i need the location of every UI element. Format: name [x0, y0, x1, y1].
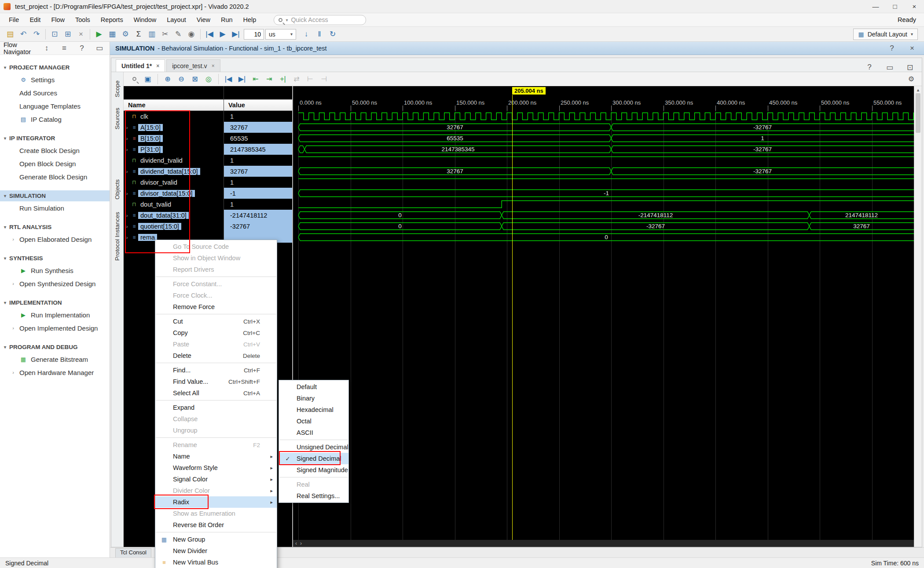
close-icon[interactable]: × — [906, 42, 919, 55]
flow-item-add-sources[interactable]: Add Sources — [0, 86, 110, 99]
signal-value-divisor-tvalid[interactable]: 1 — [224, 177, 292, 188]
close-icon[interactable]: × — [156, 63, 159, 69]
flow-section-header-simulation[interactable]: ▾SIMULATION — [0, 190, 110, 201]
expand-arrow-icon[interactable]: › — [124, 136, 130, 141]
zoom-to-cursor-icon[interactable]: ◎ — [202, 73, 215, 85]
run-time-input[interactable] — [244, 29, 264, 40]
relaunch-icon[interactable]: ↻ — [326, 28, 339, 40]
sum-icon[interactable]: Σ — [132, 28, 145, 40]
flow-item-run-synthesis[interactable]: ▶Run Synthesis — [0, 264, 110, 277]
layout-selector[interactable]: ▦ Default Layout ▾ — [853, 29, 918, 40]
add-marker-icon[interactable]: +| — [277, 73, 289, 85]
close-icon[interactable]: × — [212, 63, 215, 69]
signal-value-p-31-0[interactable]: 2147385345 — [224, 144, 292, 155]
expand-arrow-icon[interactable]: › — [124, 125, 130, 130]
run-for-icon[interactable]: ▶| — [229, 28, 242, 40]
menu-item-select-all[interactable]: Select AllCtrl+A — [155, 387, 277, 399]
run-all-icon[interactable]: ▶ — [216, 28, 229, 40]
minimize-icon[interactable]: ▭ — [93, 42, 106, 55]
maximize-button[interactable]: □ — [885, 0, 905, 13]
flow-item-open-block-design[interactable]: Open Block Design — [0, 157, 110, 170]
scissors-icon[interactable]: ✂ — [158, 28, 172, 40]
expand-arrow-icon[interactable]: › — [124, 213, 130, 218]
menu-item-delete[interactable]: DeleteDelete — [155, 350, 277, 361]
signal-row-dividend-tvalid[interactable]: ⊓dividend_tvalid — [124, 155, 224, 166]
time-unit-select[interactable]: us ▾ — [265, 29, 296, 40]
menubar-window[interactable]: Window — [128, 16, 162, 23]
redo-icon[interactable]: ↷ — [30, 28, 43, 40]
radix-option-real-settings[interactable]: Real Settings... — [279, 490, 348, 502]
menu-item-new-group[interactable]: ▦New Group — [155, 534, 277, 545]
signal-row-b-15-0[interactable]: ›≡B[15:0] — [124, 133, 224, 144]
scroll-right-icon[interactable]: › — [300, 540, 302, 546]
tcl-console-tab[interactable]: Tcl Consol — [115, 548, 151, 557]
delete-icon[interactable]: × — [74, 28, 88, 40]
menu-item-waveform-style[interactable]: Waveform Style▸ — [155, 462, 277, 473]
report-icon[interactable]: ▥ — [145, 28, 158, 40]
menu-item-expand[interactable]: Expand — [155, 402, 277, 413]
flow-section-header-implementation[interactable]: ▾IMPLEMENTATION — [0, 297, 110, 308]
signal-row-dividend-tdata-15-0[interactable]: ›≡dividend_tdata[15:0] — [124, 166, 224, 177]
expand-arrow-icon[interactable]: › — [124, 235, 130, 240]
help-icon[interactable]: ? — [863, 61, 876, 73]
flow-section-header-rtl-analysis[interactable]: ▾RTL ANALYSIS — [0, 222, 110, 233]
open-project-icon[interactable]: ▤ — [4, 28, 17, 40]
radix-option-octal[interactable]: Octal — [279, 415, 348, 427]
flow-item-open-synthesized-design[interactable]: ›Open Synthesized Design — [0, 277, 110, 290]
signal-value-clk[interactable]: 1 — [224, 111, 292, 122]
menubar-help[interactable]: Help — [238, 16, 262, 23]
tab-untitled-1[interactable]: Untitled 1*× — [116, 59, 165, 72]
flow-item-open-hardware-manager[interactable]: ›Open Hardware Manager — [0, 366, 110, 379]
next-transition-icon[interactable]: ⇥ — [263, 73, 275, 85]
zoom-out-icon[interactable]: ⊖ — [175, 73, 187, 85]
menu-item-find[interactable]: Find...Ctrl+F — [155, 364, 277, 376]
help-icon[interactable]: ? — [885, 42, 898, 55]
menubar-reports[interactable]: Reports — [95, 16, 128, 23]
undo-icon[interactable]: ↶ — [17, 28, 30, 40]
maximize-icon[interactable]: ⊡ — [903, 61, 917, 73]
zoom-fit-icon[interactable]: ⊠ — [189, 73, 201, 85]
menu-item-new-divider[interactable]: New Divider — [155, 545, 277, 557]
expand-arrow-icon[interactable]: › — [124, 169, 130, 174]
save-waveform-icon[interactable]: ▣ — [142, 73, 154, 85]
edit-icon[interactable]: ✎ — [172, 28, 185, 40]
signal-value-divisor-tdata-15-0[interactable]: -1 — [224, 188, 292, 199]
board-icon[interactable]: ▦ — [106, 28, 119, 40]
restart-icon[interactable]: |◀ — [203, 28, 216, 40]
menu-item-name[interactable]: Name▸ — [155, 451, 277, 462]
radix-option-default[interactable]: Default — [279, 381, 348, 393]
flow-item-ip-catalog[interactable]: ▤IP Catalog — [0, 113, 110, 126]
signal-row-quotient-15-0[interactable]: ›≡quotient[15:0] — [124, 221, 224, 232]
signal-row-p-31-0[interactable]: ›≡P[31:0] — [124, 144, 224, 155]
signal-row-divisor-tdata-15-0[interactable]: ›≡divisor_tdata[15:0] — [124, 188, 224, 199]
menu-item-new-virtual-bus[interactable]: ≡New Virtual Bus — [155, 557, 277, 568]
radix-option-hexadecimal[interactable]: Hexadecimal — [279, 404, 348, 415]
flow-item-run-simulation[interactable]: Run Simulation — [0, 201, 110, 215]
expand-arrow-icon[interactable]: › — [124, 224, 130, 229]
side-tab-scope[interactable]: Scope — [114, 76, 121, 101]
flow-item-generate-block-design[interactable]: Generate Block Design — [0, 170, 110, 183]
pause-icon[interactable]: ‖ — [313, 28, 326, 40]
vertical-scrollbar[interactable]: ▴ — [914, 86, 922, 547]
flow-section-header-project-manager[interactable]: ▾PROJECT MANAGER — [0, 62, 110, 73]
waveform-canvas[interactable]: 0.000 ns50.000 ns100.000 ns150.000 ns200… — [293, 86, 914, 547]
signal-row-divisor-tvalid[interactable]: ⊓divisor_tvalid — [124, 177, 224, 188]
flow-section-header-synthesis[interactable]: ▾SYNTHESIS — [0, 253, 110, 264]
signal-row-dout-tdata-31-0[interactable]: ›≡dout_tdata[31:0] — [124, 210, 224, 221]
signal-value-dout-tdata-31-0[interactable]: -2147418112 — [224, 210, 292, 221]
copy-icon[interactable]: ⊡ — [48, 28, 61, 40]
side-tab-sources[interactable]: Sources — [114, 104, 121, 134]
close-button[interactable]: × — [905, 0, 924, 13]
flow-item-generate-bitstream[interactable]: ▦Generate Bitstream — [0, 353, 110, 366]
horizontal-scrollbar[interactable]: ‹› — [293, 540, 914, 547]
quick-access-search[interactable]: ▾ Quick Access — [274, 15, 366, 25]
flow-item-open-elaborated-design[interactable]: ›Open Elaborated Design — [0, 233, 110, 246]
step-icon[interactable]: ↓ — [300, 28, 313, 40]
signal-value-b-15-0[interactable]: 65535 — [224, 133, 292, 144]
radix-option-unsigned-decimal[interactable]: Unsigned Decimal — [279, 441, 348, 453]
side-tab-objects[interactable]: Objects — [114, 175, 121, 204]
menu-item-radix[interactable]: Radix▸ — [155, 496, 277, 508]
radix-option-signed-decimal[interactable]: ✓Signed Decimal — [279, 453, 348, 464]
waveform-settings-icon[interactable]: ⚙ — [905, 73, 917, 85]
menubar-run[interactable]: Run — [216, 16, 238, 23]
